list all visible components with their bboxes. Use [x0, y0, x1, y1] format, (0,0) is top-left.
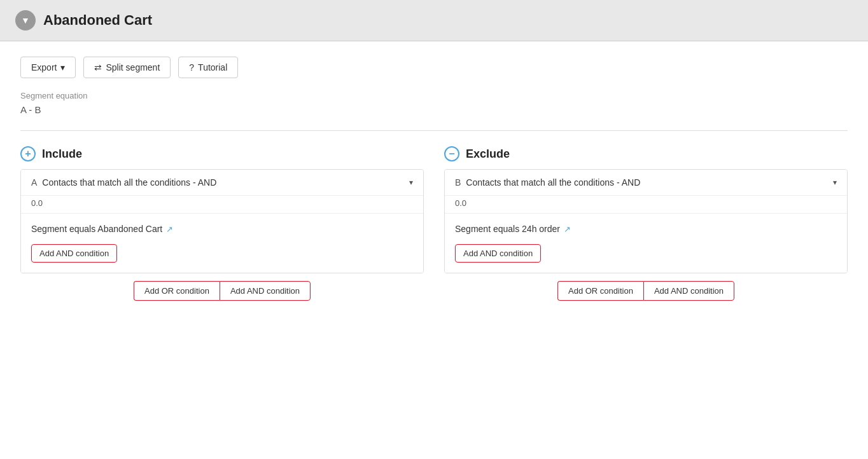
include-condition-box: A Contacts that match all the conditions… [20, 169, 424, 273]
include-panel-title: Include [42, 147, 82, 161]
exclude-segment-text: Segment equals 24h order ↗ [455, 224, 837, 234]
exclude-condition-label: Contacts that match all the conditions -… [466, 177, 828, 188]
segment-equation-label: Segment equation [20, 91, 848, 100]
split-icon: ⇄ [94, 62, 102, 72]
toolbar: Export ▾ ⇄ Split segment ? Tutorial [20, 57, 848, 78]
include-icon: + [20, 146, 36, 161]
exclude-condition-box: B Contacts that match all the conditions… [444, 169, 848, 273]
exclude-icon: − [444, 146, 459, 161]
tutorial-label: Tutorial [198, 62, 227, 72]
include-panel-header: + Include [20, 146, 424, 161]
exclude-condition-count: 0.0 [445, 196, 847, 214]
chevron-down-icon: ▾ [60, 62, 65, 72]
include-dropdown-icon[interactable]: ▾ [409, 178, 413, 187]
exclude-condition-header: B Contacts that match all the conditions… [445, 170, 847, 196]
panels-row: + Include A Contacts that match all the … [20, 146, 848, 301]
page-header: ▼ Abandoned Cart [0, 0, 868, 41]
header-icon: ▼ [15, 10, 36, 31]
exclude-panel-title: Exclude [466, 147, 510, 161]
external-link-icon-exclude[interactable]: ↗ [564, 224, 571, 234]
include-condition-letter: A [31, 177, 37, 188]
exclude-condition-body: Segment equals 24h order ↗ Add AND condi… [445, 214, 847, 273]
exclude-panel: − Exclude B Contacts that match all the … [444, 146, 848, 301]
divider [20, 130, 848, 131]
include-add-and-button-bottom[interactable]: Add AND condition [220, 281, 311, 301]
question-icon: ? [189, 62, 194, 72]
segment-equation-value: A - B [20, 104, 848, 115]
exclude-add-or-button[interactable]: Add OR condition [557, 281, 643, 301]
export-label: Export [31, 62, 57, 72]
exclude-bottom-buttons: Add OR condition Add AND condition [444, 281, 848, 301]
include-add-or-button[interactable]: Add OR condition [134, 281, 220, 301]
main-content: Export ▾ ⇄ Split segment ? Tutorial Segm… [0, 41, 868, 459]
export-button[interactable]: Export ▾ [20, 57, 76, 78]
split-segment-button[interactable]: ⇄ Split segment [83, 57, 171, 78]
split-segment-label: Split segment [106, 62, 160, 72]
tutorial-button[interactable]: ? Tutorial [178, 57, 238, 78]
include-bottom-buttons: Add OR condition Add AND condition [20, 281, 424, 301]
exclude-add-and-button[interactable]: Add AND condition [455, 244, 541, 263]
include-add-and-button[interactable]: Add AND condition [31, 244, 117, 263]
include-condition-label: Contacts that match all the conditions -… [42, 177, 404, 188]
external-link-icon-include[interactable]: ↗ [166, 224, 173, 234]
exclude-condition-letter: B [455, 177, 461, 188]
exclude-panel-header: − Exclude [444, 146, 848, 161]
include-condition-count: 0.0 [21, 196, 423, 214]
funnel-icon: ▼ [21, 15, 30, 25]
include-condition-header: A Contacts that match all the conditions… [21, 170, 423, 196]
exclude-dropdown-icon[interactable]: ▾ [833, 178, 837, 187]
exclude-add-and-button-bottom[interactable]: Add AND condition [643, 281, 734, 301]
include-panel: + Include A Contacts that match all the … [20, 146, 424, 301]
include-segment-text: Segment equals Abandoned Cart ↗ [31, 224, 413, 234]
page-title: Abandoned Cart [43, 12, 152, 29]
include-condition-body: Segment equals Abandoned Cart ↗ Add AND … [21, 214, 423, 273]
